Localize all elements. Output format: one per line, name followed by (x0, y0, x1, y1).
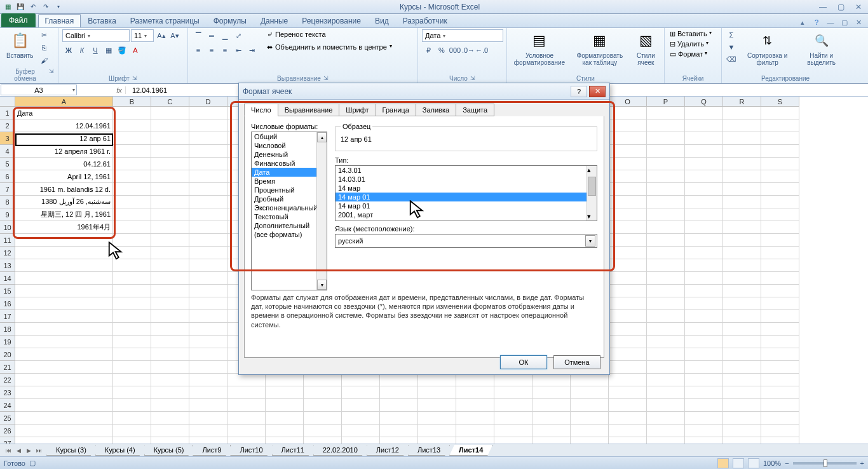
row-header[interactable]: 11 (0, 234, 15, 247)
type-item[interactable]: Март 2001 (336, 219, 597, 221)
delete-button[interactable]: ⊟Удалить▾ (668, 39, 710, 49)
dialog-tab[interactable]: Число (244, 104, 278, 116)
column-header[interactable]: B (113, 97, 151, 107)
dialog-tab[interactable]: Выравнивание (278, 104, 340, 116)
cell[interactable] (723, 259, 761, 272)
cell[interactable] (151, 323, 189, 336)
cell[interactable] (532, 374, 571, 386)
cut-icon[interactable]: ✂ (38, 29, 50, 41)
view-layout-icon[interactable] (733, 458, 744, 468)
cell[interactable] (456, 386, 494, 399)
cell[interactable] (647, 259, 685, 272)
cell[interactable] (761, 158, 799, 170)
cell[interactable] (761, 272, 799, 285)
cell[interactable] (609, 310, 647, 323)
row-header[interactable]: 19 (0, 336, 15, 348)
font-color-icon[interactable]: A (129, 44, 142, 57)
cell[interactable] (494, 412, 532, 425)
cell[interactable] (151, 412, 189, 425)
cell[interactable]: 1961年4月 (15, 221, 113, 234)
type-item[interactable]: 14 мар 01 (336, 193, 597, 201)
cell[interactable] (609, 234, 647, 247)
cell[interactable] (723, 272, 761, 285)
cell[interactable] (113, 425, 151, 437)
cell[interactable] (609, 272, 647, 285)
merge-center-button[interactable]: ⬌Объединить и поместить в центре▾ (264, 42, 404, 53)
cell[interactable] (532, 399, 571, 412)
cell[interactable] (761, 247, 799, 259)
row-header[interactable]: 4 (0, 145, 15, 158)
cell[interactable] (723, 361, 761, 374)
cell[interactable] (15, 412, 113, 425)
cell[interactable] (609, 399, 647, 412)
type-item[interactable]: 14 мар 01 (336, 201, 597, 210)
row-header[interactable]: 26 (0, 425, 15, 437)
select-all-corner[interactable] (0, 97, 15, 107)
clipboard-launcher-icon[interactable]: ⇲ (49, 68, 54, 82)
cell[interactable] (113, 259, 151, 272)
format-table-button[interactable]: ▦Форматировать как таблицу (571, 29, 629, 67)
cell[interactable] (647, 119, 685, 132)
cell[interactable] (113, 272, 151, 285)
cell[interactable] (15, 323, 113, 336)
cell[interactable] (189, 247, 227, 259)
cell[interactable] (647, 285, 685, 297)
cell[interactable] (647, 107, 685, 119)
row-header[interactable]: 20 (0, 348, 15, 361)
cell[interactable] (685, 399, 723, 412)
cell[interactable] (647, 170, 685, 183)
cell[interactable] (723, 221, 761, 234)
type-scroll-up-icon[interactable]: ▴ (587, 166, 597, 174)
dropdown-icon[interactable]: ▾ (585, 235, 595, 247)
row-header[interactable]: 2 (0, 119, 15, 132)
cell[interactable] (609, 374, 647, 386)
clear-icon[interactable]: ⌫ (726, 53, 737, 65)
cell[interactable] (304, 374, 342, 386)
cell[interactable] (304, 386, 342, 399)
cell[interactable] (189, 196, 227, 208)
cell[interactable] (342, 399, 380, 412)
dialog-help-icon[interactable]: ? (571, 86, 587, 97)
cell[interactable] (15, 374, 113, 386)
cell[interactable] (609, 297, 647, 310)
cell[interactable] (113, 297, 151, 310)
cell[interactable] (761, 336, 799, 348)
cell[interactable] (761, 425, 799, 437)
cell[interactable] (647, 297, 685, 310)
cell[interactable] (304, 425, 342, 437)
cell[interactable] (342, 412, 380, 425)
cell[interactable] (761, 361, 799, 374)
cell[interactable] (151, 234, 189, 247)
align-center-icon[interactable]: ≡ (205, 44, 218, 57)
cell[interactable] (189, 170, 227, 183)
number-format-item[interactable]: Время (252, 177, 327, 186)
cell[interactable] (723, 374, 761, 386)
minimize-ribbon-icon[interactable]: ▴ (797, 17, 808, 27)
sheet-tab[interactable]: Лист13 (408, 445, 450, 456)
nav-last-icon[interactable]: ⏭ (34, 447, 43, 454)
cell[interactable] (151, 386, 189, 399)
sheet-tab[interactable]: Курсы (4) (95, 445, 145, 456)
row-header[interactable]: 21 (0, 361, 15, 374)
cell[interactable] (685, 272, 723, 285)
cell[interactable] (113, 183, 151, 196)
cell[interactable] (571, 412, 609, 425)
cell[interactable] (15, 361, 113, 374)
cell[interactable] (189, 297, 227, 310)
cell[interactable] (685, 221, 723, 234)
cell[interactable] (189, 361, 227, 374)
fill-color-icon[interactable]: 🪣 (116, 44, 128, 57)
cell[interactable] (113, 145, 151, 158)
cell[interactable] (418, 425, 456, 437)
cell[interactable] (113, 399, 151, 412)
cell[interactable] (15, 272, 113, 285)
cell[interactable] (151, 259, 189, 272)
cell[interactable] (151, 107, 189, 119)
cell[interactable] (609, 247, 647, 259)
sheet-tab[interactable]: 22.02.2010 (313, 445, 367, 456)
cell[interactable] (151, 183, 189, 196)
cell[interactable] (761, 297, 799, 310)
qat-dropdown-icon[interactable]: ▾ (53, 2, 64, 12)
dialog-close-icon[interactable]: ✕ (589, 86, 606, 97)
cell[interactable] (15, 336, 113, 348)
